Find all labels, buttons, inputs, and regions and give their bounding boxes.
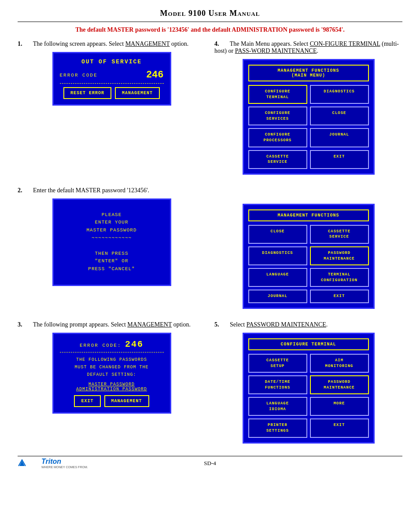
diagnostics-btn-m2[interactable]: DIAGNOSTICS (248, 246, 307, 265)
screen3-error-label: ERROR CODE: 246 (58, 339, 166, 349)
cassette-service-btn-m1[interactable]: CASSETTESERVICE (248, 150, 307, 169)
master-password-link: MASTER PASSWORD (58, 382, 166, 387)
screen3-buttons: EXIT MANAGEMENT (58, 395, 166, 407)
menu3-title: CONFIGURE TERMINAL (248, 338, 369, 350)
configure-terminal-btn[interactable]: CONFIGURETERMINAL (248, 85, 307, 104)
menu2-title: MANAGEMENT FUNCTIONS (248, 209, 369, 221)
terminal-configuration-btn[interactable]: TERMINALCONFIGURATION (310, 268, 369, 287)
screen1-error-label: ERROR CODE (60, 73, 98, 78)
screen3-divider1 (60, 352, 164, 352)
more-btn[interactable]: MORE (310, 397, 369, 416)
bottom-divider (18, 456, 402, 456)
close-btn-m1[interactable]: CLOSE (310, 106, 369, 125)
step3-section: 3. The following prompt appears. Select … (18, 321, 206, 447)
step4-text: 4. The Main Menu appears. Select CON-FIG… (214, 40, 402, 55)
password-notice: The default MASTER password is '123456' … (18, 26, 402, 33)
menu-screen2: MANAGEMENT FUNCTIONS CLOSE CASSETTESERVI… (243, 204, 375, 309)
close-btn-m2[interactable]: CLOSE (248, 225, 307, 244)
step5-section: 5. Select PASSWORD MAINTENANCE. CONFIGUR… (214, 321, 402, 447)
screen1-title: OUT OF SERVICE (58, 59, 166, 65)
page-title: Model 9100 User Manual (18, 9, 402, 18)
password-maintenance-btn-m2[interactable]: PASSWORDMAINTENANCE (310, 246, 369, 265)
admin-password-link: ADMINISTRATION PASSWORD (58, 387, 166, 392)
step2-section: 2. Enter the default MASTER password '12… (18, 187, 206, 312)
diagnostics-btn-m1[interactable]: DIAGNOSTICS (310, 85, 369, 104)
menu1-title: MANAGEMENT FUNCTIONS(MAIN MENU) (248, 65, 369, 81)
menu1-grid: CONFIGURETERMINAL DIAGNOSTICS CONFIGURES… (248, 85, 369, 169)
triton-logo-text: Triton (41, 458, 88, 466)
menu2-grid: CLOSE CASSETTESERVICE DIAGNOSTICS PASSWO… (248, 225, 369, 303)
step5-text: 5. Select PASSWORD MAINTENANCE. (214, 321, 402, 328)
step5-link: PASSWORD MAINTENANCE (247, 321, 326, 328)
management-btn-s3[interactable]: MANAGEMENT (104, 395, 149, 407)
exit-btn-m1[interactable]: EXIT (310, 150, 369, 169)
menu-screen1: MANAGEMENT FUNCTIONS(MAIN MENU) CONFIGUR… (243, 59, 375, 175)
menu3-grid: CASSETTESETUP AIMMONITORING DATE/TIMEFUN… (248, 354, 369, 438)
password-maintenance-btn-m3[interactable]: PASSWORDMAINTENANCE (310, 375, 369, 394)
triton-logo: Triton WHERE MONEY COMES FROM. (18, 458, 88, 469)
step4-section: 4. The Main Menu appears. Select CON-FIG… (214, 40, 402, 178)
top-divider (18, 22, 402, 22)
footer: Triton WHERE MONEY COMES FROM. SD-4 (18, 460, 402, 467)
aim-monitoring-btn[interactable]: AIMMONITORING (310, 354, 369, 373)
page-number: SD-4 (204, 460, 216, 467)
screen1-divider (60, 83, 164, 84)
step4-link2: PASS-WORD MAINTENANCE (235, 48, 317, 54)
datetime-functions-btn[interactable]: DATE/TIMEFUNCTIONS (248, 375, 307, 394)
screen1-error-row: ERROR CODE 246 (58, 70, 166, 81)
exit-btn-m3[interactable]: EXIT (310, 418, 369, 437)
screen1-atm: OUT OF SERVICE ERROR CODE 246 RESET ERRO… (52, 52, 171, 106)
reset-error-button[interactable]: RESET ERROR (63, 87, 111, 99)
screen3-error-value: 246 (125, 339, 144, 349)
menu2-section: MANAGEMENT FUNCTIONS CLOSE CASSETTESERVI… (214, 187, 402, 312)
step1-text: 1. The following screen appears. Select … (18, 40, 206, 48)
configure-services-btn[interactable]: CONFIGURESERVICES (248, 106, 307, 125)
triton-logo-icon (18, 458, 40, 469)
journal-btn-m2[interactable]: JOURNAL (248, 290, 307, 303)
step1-management-link: MANAGEMENT (125, 40, 170, 47)
screen3-body: THE FOLLOWING PASSWORDS MUST BE CHANGED … (58, 356, 166, 378)
cassette-setup-btn[interactable]: CASSETTESETUP (248, 354, 307, 373)
cassette-service-btn-m2[interactable]: CASSETTESERVICE (310, 225, 369, 244)
management-button-s1[interactable]: MANAGEMENT (115, 87, 160, 99)
printer-settings-btn[interactable]: PRINTERSETTINGS (248, 418, 307, 437)
step2-text: 2. Enter the default MASTER password '12… (18, 187, 206, 194)
exit-btn-s3[interactable]: EXIT (74, 395, 100, 407)
triton-tagline: WHERE MONEY COMES FROM. (41, 466, 88, 469)
step1-section: 1. The following screen appears. Select … (18, 40, 206, 178)
step4-link1: CON-FIGURE TERMINAL (310, 40, 380, 47)
exit-btn-m2[interactable]: EXIT (310, 290, 369, 303)
language-btn-m2[interactable]: LANGUAGE (248, 268, 307, 287)
step3-management-link: MANAGEMENT (127, 321, 172, 328)
journal-btn-m1[interactable]: JOURNAL (310, 128, 369, 147)
screen1-buttons: RESET ERROR MANAGEMENT (58, 87, 166, 99)
configure-processors-btn[interactable]: CONFIGUREPROCESSORS (248, 128, 307, 147)
step3-text: 3. The following prompt appears. Select … (18, 321, 206, 328)
language-idioma-btn[interactable]: LANGUAGEIDIOMA (248, 397, 307, 416)
menu-screen3: CONFIGURE TERMINAL CASSETTESETUP AIMMONI… (243, 333, 375, 444)
screen2-atm: PLEASE ENTER YOUR MASTER PASSWORD ~~~~~~… (52, 198, 171, 286)
screen1-error-value: 246 (146, 70, 164, 81)
screen3-atm: ERROR CODE: 246 THE FOLLOWING PASSWORDS … (52, 333, 171, 414)
screen2-text: PLEASE ENTER YOUR MASTER PASSWORD ~~~~~~… (61, 211, 163, 273)
